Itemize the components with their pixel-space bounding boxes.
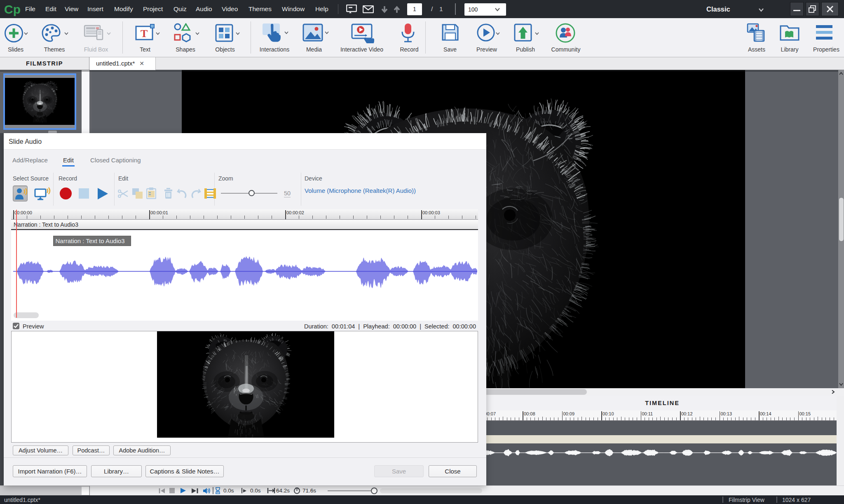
- svg-text:Cp: Cp: [4, 2, 21, 16]
- svg-text:T: T: [141, 28, 148, 40]
